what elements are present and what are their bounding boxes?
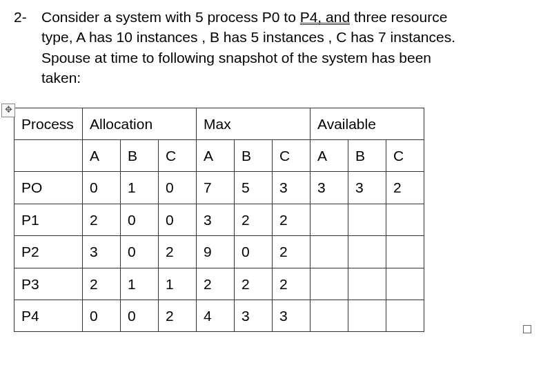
- cell-alloc-a: 2: [83, 204, 121, 235]
- cell-max-b: 5: [235, 172, 273, 204]
- header-available: Available: [310, 108, 424, 139]
- q-line1b: three resource: [350, 9, 447, 25]
- cell-avail-b: 3: [348, 172, 386, 204]
- cell-alloc-c: 0: [159, 204, 197, 235]
- cell-avail-c: 2: [386, 172, 424, 204]
- table-row: P3 2 1 1 2 2 2: [14, 268, 424, 300]
- cell-max-c: 3: [273, 172, 310, 204]
- cell-avail-a: [310, 300, 348, 331]
- q-line4: taken:: [41, 70, 81, 86]
- cell-alloc-b: 1: [121, 172, 159, 204]
- cell-alloc-b: 1: [121, 268, 159, 300]
- cell-process: P4: [14, 300, 83, 331]
- cell-avail-b: [348, 300, 386, 331]
- table-move-handle-icon[interactable]: ✥: [1, 104, 15, 117]
- q-line3: Spouse at time to following snapshot of …: [41, 50, 431, 66]
- table-resize-handle-icon[interactable]: [523, 325, 531, 333]
- cell-alloc-b: 0: [121, 236, 159, 268]
- header-alloc-a: A: [83, 139, 121, 171]
- cell-avail-c: [386, 268, 424, 300]
- header-max: Max: [197, 108, 310, 139]
- cell-alloc-c: 2: [159, 236, 197, 268]
- cell-max-a: 3: [197, 204, 235, 235]
- header-max-a: A: [197, 139, 235, 171]
- cell-avail-b: [348, 236, 386, 268]
- table-row: P2 3 0 2 9 0 2: [14, 236, 424, 268]
- cell-alloc-c: 1: [159, 268, 197, 300]
- cell-max-b: 3: [235, 300, 273, 331]
- cell-avail-b: [348, 204, 386, 235]
- table-header-row-2: A B C A B C A B C: [14, 139, 424, 171]
- cell-max-c: 2: [273, 236, 310, 268]
- cell-max-b: 2: [235, 204, 273, 235]
- cell-alloc-a: 2: [83, 268, 121, 300]
- header-allocation: Allocation: [83, 108, 197, 139]
- cell-max-a: 2: [197, 268, 235, 300]
- cell-process: P3: [14, 268, 83, 300]
- cell-alloc-a: 0: [83, 300, 121, 331]
- cell-process: P2: [14, 236, 83, 268]
- table-row: P4 0 0 2 4 3 3: [14, 300, 424, 331]
- table-row: PO 0 1 0 7 5 3 3 3 2: [14, 172, 424, 204]
- header-max-b: B: [235, 139, 273, 171]
- cell-alloc-a: 3: [83, 236, 121, 268]
- cell-max-b: 0: [235, 236, 273, 268]
- question-text: Consider a system with 5 process P0 to P…: [41, 7, 511, 88]
- cell-avail-a: [310, 204, 348, 235]
- cell-process: PO: [14, 172, 83, 204]
- cell-max-c: 2: [273, 204, 310, 235]
- cell-max-a: 9: [197, 236, 235, 268]
- cell-avail-c: [386, 300, 424, 331]
- cell-process: P1: [14, 204, 83, 235]
- cell-avail-a: [310, 236, 348, 268]
- cell-avail-b: [348, 268, 386, 300]
- cell-max-b: 2: [235, 268, 273, 300]
- cell-alloc-a: 0: [83, 172, 121, 204]
- cell-avail-c: [386, 204, 424, 235]
- question-number: 2-: [14, 7, 41, 88]
- header-process: Process: [14, 108, 83, 139]
- header-alloc-b: B: [121, 139, 159, 171]
- header-max-c: C: [273, 139, 310, 171]
- header-avail-c: C: [386, 139, 424, 171]
- q-line2: type, A has 10 instances , B has 5 insta…: [41, 29, 455, 45]
- header-avail-b: B: [348, 139, 386, 171]
- cell-max-a: 7: [197, 172, 235, 204]
- q-p4-and: P4, and: [300, 7, 350, 27]
- cell-alloc-b: 0: [121, 300, 159, 331]
- cell-max-c: 2: [273, 268, 310, 300]
- cell-max-c: 3: [273, 300, 310, 331]
- table-header-row-1: Process Allocation Max Available: [14, 108, 424, 139]
- spellcheck-underline-icon: [300, 23, 350, 26]
- q-line1a: Consider a system with 5 process P0 to: [41, 9, 300, 25]
- header-empty: [14, 139, 83, 171]
- cell-avail-a: [310, 268, 348, 300]
- table-row: P1 2 0 0 3 2 2: [14, 204, 424, 235]
- bankers-table: Process Allocation Max Available A B C A…: [14, 108, 424, 333]
- cell-avail-a: 3: [310, 172, 348, 204]
- cell-alloc-b: 0: [121, 204, 159, 235]
- header-avail-a: A: [310, 139, 348, 171]
- cell-alloc-c: 0: [159, 172, 197, 204]
- cell-alloc-c: 2: [159, 300, 197, 331]
- cell-avail-c: [386, 236, 424, 268]
- cell-max-a: 4: [197, 300, 235, 331]
- header-alloc-c: C: [159, 139, 197, 171]
